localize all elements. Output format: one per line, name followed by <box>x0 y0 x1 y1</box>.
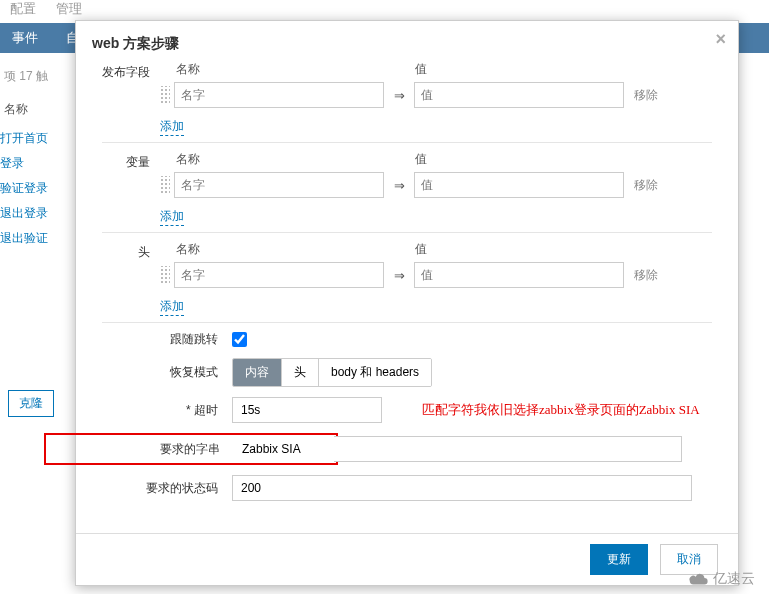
update-button[interactable]: 更新 <box>590 544 648 575</box>
nv-val-hdr-2: 值 <box>415 151 630 168</box>
nv-name-hdr-2: 名称 <box>160 151 385 168</box>
modal-dialog: × web 方案步骤 发布字段 名称 值 ⇒ 移除 添加 变量 <box>75 20 739 586</box>
add-link[interactable]: 添加 <box>160 118 184 136</box>
remove-link[interactable]: 移除 <box>634 267 658 284</box>
remove-link[interactable]: 移除 <box>634 87 658 104</box>
var-val-input[interactable] <box>414 172 624 198</box>
modal-title: web 方案步骤 <box>76 21 738 61</box>
arrow-icon: ⇒ <box>384 88 414 103</box>
timeout-label: 超时 <box>102 402 232 419</box>
follow-checkbox[interactable] <box>232 332 247 347</box>
drag-handle-icon[interactable] <box>160 86 170 104</box>
nv-name-hdr-3: 名称 <box>160 241 385 258</box>
retrieve-label: 恢复模式 <box>102 364 232 381</box>
reqstr-input-hl[interactable] <box>234 436 334 462</box>
bg-link-5[interactable]: 退出验证 <box>0 226 70 251</box>
cloud-icon <box>687 571 709 587</box>
reqstr-label: 要求的字串 <box>48 441 234 458</box>
timeout-input[interactable] <box>232 397 382 423</box>
bg-link-4[interactable]: 退出登录 <box>0 201 70 226</box>
post-name-input[interactable] <box>174 82 384 108</box>
highlight-annotation: 要求的字串 <box>44 433 338 465</box>
bg-tab-1[interactable]: 配置 <box>10 1 36 16</box>
arrow-icon: ⇒ <box>384 268 414 283</box>
retrieve-body-headers-button[interactable]: body 和 headers <box>319 359 431 386</box>
retrieve-mode-group: 内容 头 body 和 headers <box>232 358 432 387</box>
vars-label: 变量 <box>102 151 160 226</box>
brand-logo: 亿速云 <box>687 570 755 588</box>
bg-link-2[interactable]: 登录 <box>0 151 70 176</box>
annotation-text: 匹配字符我依旧选择zabbix登录页面的Zabbix SIA <box>422 401 700 419</box>
drag-handle-icon[interactable] <box>160 266 170 284</box>
post-val-input[interactable] <box>414 82 624 108</box>
reqstr-input[interactable] <box>334 436 682 462</box>
close-icon[interactable]: × <box>715 29 726 50</box>
bg-header: 名称 <box>0 93 70 126</box>
nv-val-hdr: 值 <box>415 61 630 78</box>
add-link[interactable]: 添加 <box>160 208 184 226</box>
nv-val-hdr-3: 值 <box>415 241 630 258</box>
status-label: 要求的状态码 <box>102 480 232 497</box>
arrow-icon: ⇒ <box>384 178 414 193</box>
var-name-input[interactable] <box>174 172 384 198</box>
remove-link[interactable]: 移除 <box>634 177 658 194</box>
headers-label: 头 <box>102 241 160 316</box>
clone-button[interactable]: 克隆 <box>8 390 54 417</box>
nv-name-hdr: 名称 <box>160 61 385 78</box>
add-link[interactable]: 添加 <box>160 298 184 316</box>
bg-tab-2[interactable]: 管理 <box>56 1 82 16</box>
drag-handle-icon[interactable] <box>160 176 170 194</box>
hdr-val-input[interactable] <box>414 262 624 288</box>
status-input[interactable] <box>232 475 692 501</box>
bg-stat: 项 17 触 <box>0 60 70 93</box>
follow-label: 跟随跳转 <box>102 331 232 348</box>
hdr-name-input[interactable] <box>174 262 384 288</box>
bg-link-1[interactable]: 打开首页 <box>0 126 70 151</box>
bg-link-3[interactable]: 验证登录 <box>0 176 70 201</box>
bg-nav-1[interactable]: 事件 <box>0 23 50 53</box>
post-fields-label: 发布字段 <box>102 61 160 136</box>
retrieve-content-button[interactable]: 内容 <box>233 359 282 386</box>
retrieve-head-button[interactable]: 头 <box>282 359 319 386</box>
